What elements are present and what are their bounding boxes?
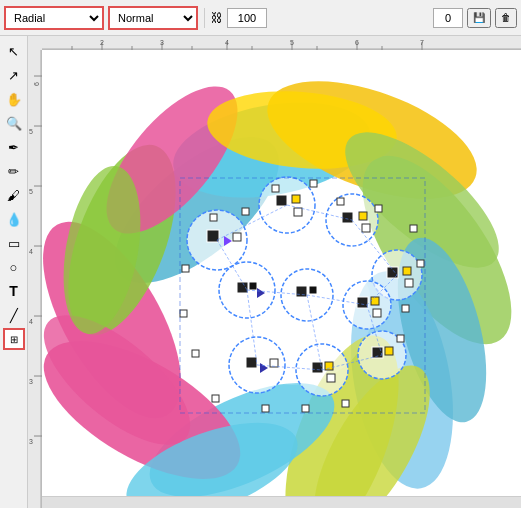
svg-rect-93 [242, 208, 249, 215]
mesh-gradient-tool[interactable]: ⊞ [3, 328, 25, 350]
svg-rect-95 [310, 180, 317, 187]
svg-rect-101 [397, 335, 404, 342]
main-area: ↖ ↗ ✋ 🔍 ✒ ✏ 🖌 💧 ▭ ○ T ╱ ⊞ 2 3 4 [0, 36, 521, 508]
svg-rect-107 [302, 405, 309, 412]
svg-rect-63 [342, 212, 353, 223]
svg-text:4: 4 [29, 318, 33, 325]
svg-rect-76 [309, 286, 317, 294]
canvas-area: 2 3 4 5 6 7 [28, 36, 521, 508]
svg-rect-105 [212, 395, 219, 402]
svg-rect-75 [296, 286, 307, 297]
svg-text:5: 5 [290, 39, 294, 46]
svg-rect-78 [357, 297, 368, 308]
gradient-type-select[interactable]: Radial Linear Conical Square [4, 6, 104, 30]
svg-rect-97 [375, 205, 382, 212]
rectangle-tool[interactable]: ▭ [3, 232, 25, 254]
direct-select-tool[interactable]: ↗ [3, 64, 25, 86]
delete-preset-button[interactable]: 🗑 [495, 8, 517, 28]
svg-rect-82 [246, 357, 257, 368]
opacity-input[interactable] [227, 8, 267, 28]
svg-rect-88 [327, 374, 335, 382]
svg-rect-106 [262, 405, 269, 412]
svg-rect-98 [410, 225, 417, 232]
type-tool[interactable]: T [3, 280, 25, 302]
svg-rect-59 [276, 195, 287, 206]
pencil-tool[interactable]: ✏ [3, 160, 25, 182]
svg-text:6: 6 [355, 39, 359, 46]
svg-rect-65 [362, 224, 370, 232]
svg-rect-96 [337, 198, 344, 205]
svg-rect-103 [180, 310, 187, 317]
line-tool[interactable]: ╱ [3, 304, 25, 326]
svg-rect-72 [249, 282, 257, 290]
svg-rect-71 [237, 282, 248, 293]
ruler-corner [28, 36, 42, 50]
horizontal-scrollbar[interactable] [42, 496, 521, 508]
chain-icon: ⛓ [211, 11, 223, 25]
svg-text:6: 6 [33, 82, 40, 86]
svg-text:3: 3 [29, 438, 33, 445]
ruler-horizontal: 2 3 4 5 6 7 [42, 36, 521, 50]
svg-rect-69 [405, 279, 413, 287]
svg-rect-64 [359, 212, 367, 220]
svg-rect-84 [270, 359, 278, 367]
ruler-vertical: 6 5 5 4 4 3 3 [28, 36, 42, 508]
separator-1 [204, 8, 205, 28]
save-preset-button[interactable]: 💾 [467, 8, 491, 28]
svg-rect-79 [371, 297, 379, 305]
svg-rect-57 [233, 233, 241, 241]
hand-tool[interactable]: ✋ [3, 88, 25, 110]
svg-text:4: 4 [29, 248, 33, 255]
svg-rect-87 [325, 362, 333, 370]
toolbox: ↖ ↗ ✋ 🔍 ✒ ✏ 🖌 💧 ▭ ○ T ╱ ⊞ [0, 36, 28, 508]
svg-rect-60 [292, 195, 300, 203]
svg-rect-91 [385, 347, 393, 355]
opacity-group [227, 8, 267, 28]
svg-text:4: 4 [225, 39, 229, 46]
svg-rect-100 [402, 305, 409, 312]
eyedropper-tool[interactable]: 💧 [3, 208, 25, 230]
zoom-tool[interactable]: 🔍 [3, 112, 25, 134]
canvas-content [42, 50, 521, 508]
brush-tool[interactable]: 🖌 [3, 184, 25, 206]
toolbar-right: 💾 🗑 [433, 8, 517, 28]
toolbar: Radial Linear Conical Square Normal Mult… [0, 0, 521, 36]
svg-rect-108 [342, 400, 349, 407]
svg-text:7: 7 [420, 39, 424, 46]
ellipse-tool[interactable]: ○ [3, 256, 25, 278]
blend-mode-select[interactable]: Normal Multiply Screen Overlay [108, 6, 198, 30]
svg-rect-99 [417, 260, 424, 267]
svg-text:5: 5 [29, 128, 33, 135]
svg-rect-61 [294, 208, 302, 216]
svg-rect-67 [387, 267, 398, 278]
svg-rect-86 [312, 362, 323, 373]
svg-text:5: 5 [29, 188, 33, 195]
svg-rect-104 [192, 350, 199, 357]
select-tool[interactable]: ↖ [3, 40, 25, 62]
svg-rect-102 [182, 265, 189, 272]
svg-rect-68 [403, 267, 411, 275]
svg-rect-80 [373, 309, 381, 317]
svg-rect-92 [210, 214, 217, 221]
svg-text:3: 3 [160, 39, 164, 46]
svg-rect-94 [272, 185, 279, 192]
svg-text:3: 3 [29, 378, 33, 385]
svg-text:2: 2 [100, 39, 104, 46]
pen-tool[interactable]: ✒ [3, 136, 25, 158]
position-input[interactable] [433, 8, 463, 28]
